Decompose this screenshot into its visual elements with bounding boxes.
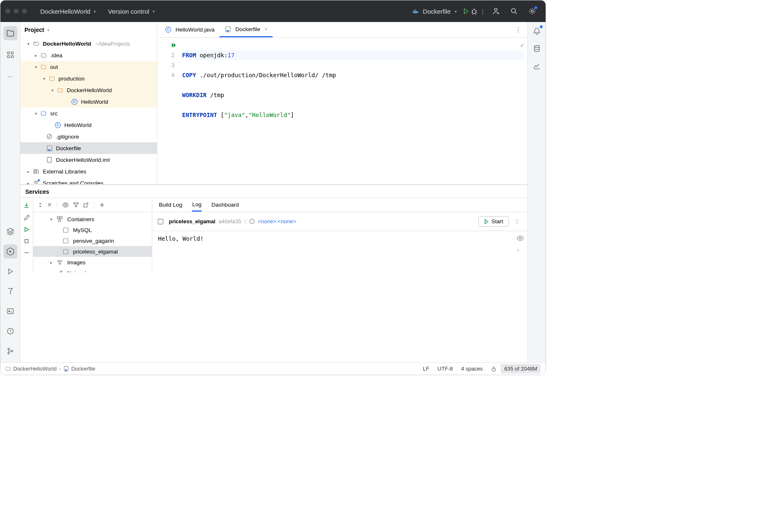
tree-dockerfile[interactable]: Dockerfile bbox=[20, 142, 157, 154]
project-tool-button[interactable] bbox=[3, 26, 17, 40]
more-icon[interactable]: ⋮ bbox=[512, 218, 522, 225]
sv-label: Containers bbox=[67, 216, 94, 222]
add-icon[interactable] bbox=[99, 202, 105, 208]
more-button[interactable]: ⋮ bbox=[478, 7, 487, 15]
services-toolbar: ✕ bbox=[33, 198, 152, 212]
tree-label: production bbox=[58, 76, 85, 82]
build-tool-button[interactable] bbox=[3, 284, 17, 298]
services-tabs: Build Log Log Dashboard bbox=[152, 198, 527, 212]
terminal-tool-button[interactable] bbox=[3, 304, 17, 318]
docker-file-icon bbox=[63, 366, 69, 371]
stats-icon[interactable] bbox=[532, 61, 542, 71]
tree-production[interactable]: production bbox=[20, 73, 157, 84]
sv-networks[interactable]: Networks bbox=[33, 268, 152, 272]
problems-tool-button[interactable] bbox=[3, 324, 17, 338]
traffic-light-close[interactable] bbox=[5, 9, 10, 14]
project-panel-header[interactable]: Project ▾ bbox=[20, 22, 157, 38]
traffic-light-minimize[interactable] bbox=[14, 9, 19, 14]
eye-icon[interactable] bbox=[517, 234, 524, 242]
tree-root[interactable]: DockerHelloWorld ~/IdeaProjects bbox=[20, 38, 157, 49]
window-controls bbox=[5, 9, 27, 14]
chevron-right-icon[interactable]: › bbox=[517, 247, 524, 253]
search-icon[interactable] bbox=[510, 7, 518, 15]
tree-out-dhw[interactable]: DockerHelloWorld bbox=[20, 84, 157, 96]
git-tool-button[interactable] bbox=[3, 344, 17, 358]
breadcrumb[interactable]: DockerHelloWorld › Dockerfile bbox=[5, 366, 95, 372]
expand-icon[interactable] bbox=[37, 202, 43, 208]
database-icon[interactable] bbox=[532, 44, 542, 54]
tab-build-log[interactable]: Build Log bbox=[159, 198, 182, 212]
inspection-ok-icon[interactable]: ✓ bbox=[521, 40, 524, 50]
code-with-me-icon[interactable] bbox=[492, 7, 500, 15]
run-button[interactable] bbox=[462, 7, 470, 15]
run-config-selector[interactable]: Dockerfile ▾ bbox=[412, 8, 457, 15]
tab-dockerfile[interactable]: Dockerfile × bbox=[219, 22, 273, 37]
container-name: priceless_elgamal bbox=[169, 218, 215, 225]
minus-icon[interactable] bbox=[24, 250, 29, 256]
edit-icon[interactable] bbox=[24, 215, 30, 221]
play-icon[interactable] bbox=[24, 227, 29, 232]
encoding-button[interactable]: UTF-8 bbox=[434, 366, 457, 372]
svg-point-0 bbox=[473, 10, 476, 14]
vcs-selector[interactable]: Version control ▾ bbox=[105, 6, 158, 17]
sv-priceless[interactable]: priceless_elgamal bbox=[33, 246, 152, 257]
tab-helloworld-java[interactable]: C HelloWorld.java bbox=[160, 22, 219, 37]
close-icon[interactable]: × bbox=[264, 26, 268, 32]
code-body[interactable]: FROM openjdk:17 COPY ./out/production/Do… bbox=[179, 38, 527, 184]
gutter: 1 2 3 4 bbox=[157, 38, 179, 184]
sv-pensive[interactable]: pensive_gagarin bbox=[33, 235, 152, 246]
project-selector[interactable]: DockerHelloWorld ▾ bbox=[37, 6, 99, 17]
tree-iml[interactable]: DockerHelloWorld.iml bbox=[20, 154, 157, 166]
export-icon[interactable] bbox=[83, 202, 89, 208]
services-toolcol bbox=[20, 198, 33, 272]
debug-button[interactable] bbox=[470, 7, 478, 15]
memory-indicator[interactable]: 635 of 2048M bbox=[501, 364, 541, 373]
tree-root-label: DockerHelloWorld bbox=[43, 41, 91, 47]
folder-icon bbox=[40, 63, 47, 70]
image-tag: <none>:<none> bbox=[258, 218, 296, 225]
tabs-menu-button[interactable]: ⋮ bbox=[512, 26, 525, 34]
line-sep-button[interactable]: LF bbox=[419, 366, 433, 372]
log-body[interactable]: Hello, World! › bbox=[152, 231, 527, 272]
readonly-icon[interactable] bbox=[487, 366, 501, 372]
sv-images[interactable]: Images bbox=[33, 257, 152, 268]
indent-button[interactable]: 4 spaces bbox=[457, 366, 487, 372]
settings-icon[interactable] bbox=[528, 7, 536, 15]
structure-tool-button[interactable] bbox=[3, 48, 17, 62]
class-icon: C bbox=[165, 27, 171, 33]
traffic-light-zoom[interactable] bbox=[22, 9, 27, 14]
code-area[interactable]: 1 2 3 4 FROM openjdk:17 COPY ./out/produ… bbox=[157, 38, 527, 184]
stop-icon[interactable] bbox=[24, 238, 29, 244]
right-tool-strip bbox=[527, 22, 546, 362]
notifications-icon[interactable] bbox=[532, 26, 542, 36]
tree-src-helloworld[interactable]: C HelloWorld bbox=[20, 119, 157, 131]
titlebar: DockerHelloWorld ▾ Version control ▾ Doc… bbox=[0, 0, 546, 22]
tab-dashboard[interactable]: Dashboard bbox=[212, 198, 239, 212]
eye-icon[interactable] bbox=[62, 202, 69, 208]
tab-log[interactable]: Log bbox=[192, 198, 202, 212]
sv-label: Images bbox=[67, 259, 85, 266]
sv-mysql[interactable]: MySQL bbox=[33, 225, 152, 235]
tree-helloworld-class[interactable]: C HelloWorld bbox=[20, 96, 157, 107]
sv-containers[interactable]: Containers bbox=[33, 214, 152, 225]
deploy-icon[interactable] bbox=[23, 202, 30, 209]
container-icon bbox=[62, 248, 69, 255]
tree-src[interactable]: src bbox=[20, 107, 157, 119]
services-tool-button[interactable] bbox=[3, 244, 17, 259]
tree-out[interactable]: out bbox=[20, 61, 157, 73]
layers-tool-button[interactable] bbox=[3, 225, 17, 239]
close-icon[interactable]: ✕ bbox=[47, 202, 52, 208]
run-tool-button[interactable] bbox=[3, 264, 17, 278]
chevron-right-icon: › bbox=[59, 366, 61, 372]
filter-icon[interactable] bbox=[73, 202, 79, 208]
start-button[interactable]: Start bbox=[478, 216, 509, 227]
run-gutter-icon[interactable] bbox=[171, 43, 176, 48]
more-tools-button[interactable]: ⋯ bbox=[3, 69, 17, 83]
tree-scratches[interactable]: Scratches and Consoles bbox=[20, 177, 157, 184]
tree-external[interactable]: External Libraries bbox=[20, 166, 157, 177]
update-indicator bbox=[534, 6, 537, 9]
tree-gitignore[interactable]: .gitignore bbox=[20, 131, 157, 142]
svg-rect-6 bbox=[7, 56, 10, 58]
tree-idea[interactable]: .idea bbox=[20, 49, 157, 61]
services-tree: Containers MySQL pensive_gagarin pricele… bbox=[33, 212, 152, 272]
